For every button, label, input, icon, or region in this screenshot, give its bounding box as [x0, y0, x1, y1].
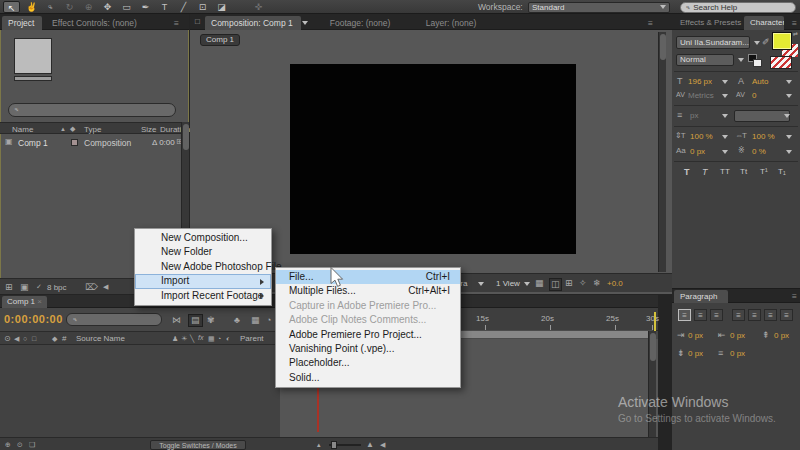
- leading-caret-icon[interactable]: [786, 80, 792, 84]
- vertical-scale-caret-icon[interactable]: [722, 135, 728, 139]
- horizontal-scale-value[interactable]: 100 %: [752, 132, 775, 141]
- adjustment-switch-icon[interactable]: ◐: [226, 335, 230, 342]
- column-size[interactable]: Size: [141, 125, 157, 134]
- mini-flowchart-icon[interactable]: ⋈: [172, 316, 181, 325]
- project-panel-menu-icon[interactable]: ≡: [168, 16, 184, 30]
- tab-character[interactable]: Character: [744, 16, 784, 30]
- subscript-button[interactable]: T₁: [778, 167, 786, 176]
- audio-icon[interactable]: ◀: [14, 335, 19, 342]
- composition-scrollbar-thumb[interactable]: [660, 34, 666, 60]
- menu-item-import[interactable]: Import: [135, 274, 271, 288]
- frame-blending-icon[interactable]: ♣: [234, 316, 240, 325]
- transparency-grid-icon[interactable]: ⊞: [565, 279, 573, 288]
- menu-item-import-recent-footage[interactable]: Import Recent Footage: [135, 289, 271, 303]
- brush-tool[interactable]: ╱: [175, 1, 192, 13]
- submenu-item-placeholder[interactable]: Placeholder...: [276, 356, 460, 370]
- motion-blur-switch-icon[interactable]: ◔: [217, 335, 221, 342]
- quality-switch-icon[interactable]: ╲: [190, 335, 194, 342]
- composition-viewport[interactable]: [290, 64, 576, 254]
- eyedropper-icon[interactable]: ✐: [762, 38, 770, 47]
- tab-project[interactable]: Project: [2, 16, 42, 30]
- font-size-value[interactable]: 196 px: [688, 77, 712, 86]
- indent-left-value[interactable]: 0 px: [688, 331, 703, 340]
- timeline-tab-comp1[interactable]: Comp 1 ×: [2, 296, 47, 308]
- zoom-out-mountain-icon[interactable]: ▴: [317, 441, 321, 448]
- composition-breadcrumb[interactable]: Comp 1: [200, 34, 240, 46]
- project-row-comp1[interactable]: ▣ Comp 1 Composition Δ 0:00 ⊞: [0, 136, 181, 149]
- parent-column[interactable]: Parent: [240, 334, 264, 343]
- pan-behind-tool[interactable]: ✥: [99, 1, 116, 13]
- submenu-item-multiple-files[interactable]: Multiple Files...Ctrl+Alt+I: [276, 284, 460, 298]
- project-search-input[interactable]: ♀: [8, 103, 176, 117]
- all-caps-button[interactable]: TT: [720, 167, 730, 176]
- sort-ascending-icon[interactable]: ▲: [60, 126, 66, 132]
- menu-item-new-composition[interactable]: New Composition...: [135, 231, 271, 245]
- justify-last-right-button[interactable]: ≡: [764, 309, 777, 321]
- eraser-tool[interactable]: ◪: [213, 1, 230, 13]
- help-search-input[interactable]: ♀ Search Help: [680, 2, 796, 13]
- zoom-in-mountain-icon[interactable]: ▲: [366, 441, 374, 449]
- index-column-label[interactable]: #: [62, 334, 66, 343]
- vertical-scale-value[interactable]: 100 %: [690, 132, 713, 141]
- lock-icon[interactable]: □: [32, 335, 36, 342]
- current-timecode[interactable]: 0:00:00:00: [4, 313, 63, 325]
- justify-last-left-button[interactable]: ≡: [732, 309, 745, 321]
- shape-tool[interactable]: ▭: [118, 1, 135, 13]
- label-column-icon[interactable]: ◆: [70, 125, 75, 132]
- motion-blur-icon[interactable]: ▦: [251, 316, 260, 325]
- faux-bold-button[interactable]: T: [684, 167, 690, 177]
- submenu-item-premiere-project[interactable]: Adobe Premiere Pro Project...: [276, 328, 460, 342]
- tab-effect-controls[interactable]: Effect Controls: (none): [46, 16, 164, 30]
- space-before-value[interactable]: 0 px: [688, 349, 703, 358]
- view-layout-select[interactable]: 1 View: [496, 279, 520, 288]
- kerning-caret-icon[interactable]: [786, 94, 792, 98]
- pen-tool[interactable]: ✒: [137, 1, 154, 13]
- indent-right-value[interactable]: 0 px: [730, 331, 745, 340]
- solo-icon[interactable]: ○: [23, 335, 27, 342]
- label-color-chip[interactable]: [71, 139, 78, 146]
- fast-previews-icon[interactable]: ❄: [593, 279, 601, 288]
- camera-tool[interactable]: ⊕: [80, 1, 97, 13]
- column-type[interactable]: Type: [84, 125, 101, 134]
- collapse-panel-icon[interactable]: ◀: [103, 283, 108, 290]
- tab-composition[interactable]: Composition: Comp 1: [205, 16, 301, 30]
- menu-item-new-photoshop-file[interactable]: New Adobe Photoshop File...: [135, 260, 271, 274]
- kerning-value[interactable]: 0: [752, 91, 756, 100]
- rotation-tool[interactable]: ↻: [61, 1, 78, 13]
- workspace-select[interactable]: Standard: [528, 2, 670, 13]
- faux-italic-button[interactable]: T: [702, 167, 708, 177]
- grid-guides-icon[interactable]: ▦: [535, 279, 544, 288]
- kerning-mode-value[interactable]: Metrics: [688, 91, 714, 100]
- menu-item-new-folder[interactable]: New Folder: [135, 245, 271, 259]
- exposure-value[interactable]: +0.0: [607, 279, 623, 288]
- interpret-footage-icon[interactable]: ⊞: [5, 283, 13, 292]
- draft-3d-icon[interactable]: ▤: [188, 314, 203, 327]
- layer-list-area[interactable]: [0, 345, 280, 437]
- toggle-switches-modes-button[interactable]: Toggle Switches / Modes: [150, 440, 246, 450]
- first-line-indent-value[interactable]: 0 px: [774, 331, 789, 340]
- selection-tool[interactable]: ↖: [3, 1, 20, 13]
- expand-inout-icon[interactable]: ❏: [29, 441, 35, 448]
- clone-stamp-tool[interactable]: ⊡: [194, 1, 211, 13]
- fx-switch-icon[interactable]: fx: [198, 334, 203, 341]
- project-scrollbar-thumb[interactable]: [183, 124, 189, 150]
- submenu-item-file[interactable]: File...Ctrl+I: [276, 270, 460, 284]
- character-panel-menu-icon[interactable]: ≡: [786, 16, 798, 30]
- kerning-mode-caret-icon[interactable]: [722, 94, 728, 98]
- align-center-button[interactable]: ≡: [694, 309, 707, 321]
- space-after-value[interactable]: 0 px: [730, 349, 745, 358]
- fill-color-swatch[interactable]: [772, 32, 792, 50]
- blend-mode-select[interactable]: Normal: [676, 54, 734, 66]
- tab-effects-presets[interactable]: Effects & Presets: [674, 16, 742, 30]
- hide-shy-icon[interactable]: ✾: [207, 316, 215, 325]
- stroke-style-select[interactable]: [734, 110, 790, 122]
- superscript-button[interactable]: T¹: [760, 167, 768, 176]
- small-caps-button[interactable]: Tt: [740, 167, 747, 176]
- region-of-interest-icon[interactable]: ◫: [549, 278, 562, 291]
- paragraph-panel-menu-icon[interactable]: ≡: [786, 290, 798, 303]
- tsume-value[interactable]: 0 %: [752, 147, 766, 156]
- column-name[interactable]: Name: [12, 125, 33, 134]
- trash-icon[interactable]: ⌦: [85, 283, 98, 292]
- source-name-column[interactable]: Source Name: [76, 334, 125, 343]
- timeline-zoom-slider[interactable]: [329, 444, 361, 446]
